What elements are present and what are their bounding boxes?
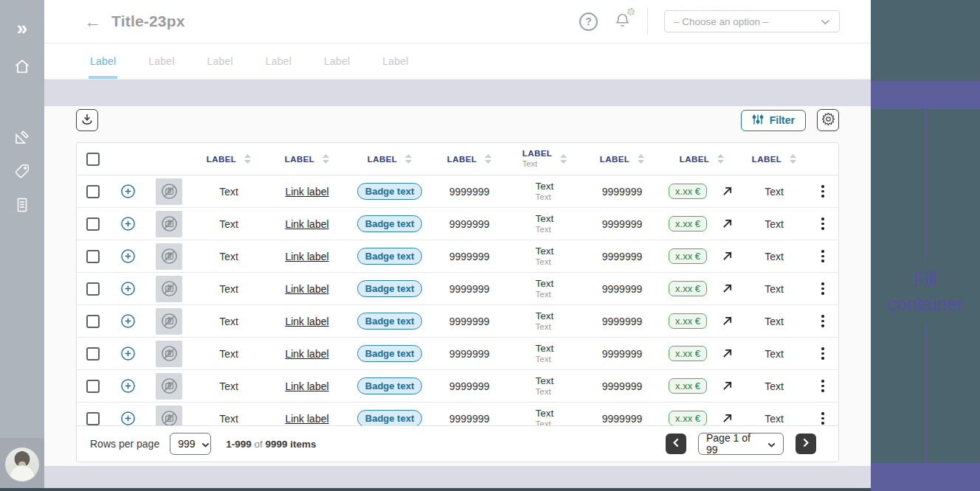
row-menu-kebab-icon[interactable]: [818, 247, 827, 265]
page-title: Title-23px: [111, 13, 185, 30]
add-circle-icon[interactable]: [120, 216, 136, 231]
price-badge: x.xx €: [669, 216, 707, 231]
row-menu-kebab-icon[interactable]: [818, 409, 827, 425]
row-menu-kebab-icon[interactable]: [818, 344, 827, 363]
sort-icon[interactable]: [485, 154, 491, 164]
tab-label: Label: [207, 55, 233, 67]
row-checkbox[interactable]: [86, 250, 100, 263]
sort-icon[interactable]: [322, 154, 329, 164]
table-settings-button[interactable]: [817, 109, 839, 131]
rows-per-page-select[interactable]: 999: [170, 433, 211, 455]
sidebar-item-home[interactable]: [0, 53, 44, 83]
help-icon[interactable]: ?: [579, 13, 598, 31]
sort-icon[interactable]: [790, 154, 796, 164]
sidebar-item-documents[interactable]: [0, 192, 44, 221]
sort-icon[interactable]: [244, 154, 251, 164]
row-menu-kebab-icon[interactable]: [818, 312, 827, 330]
row-menu-kebab-icon[interactable]: [818, 215, 827, 233]
cell-number: 9999999: [431, 186, 508, 198]
row-menu-kebab-icon[interactable]: [818, 279, 827, 298]
status-badge: Badge text: [357, 248, 422, 265]
external-link-arrow-icon[interactable]: [722, 380, 733, 391]
sidebar-item-design[interactable]: [0, 124, 44, 153]
row-checkbox[interactable]: [86, 412, 100, 425]
sidebar-item-tags[interactable]: [0, 158, 44, 187]
tab-4[interactable]: Label: [266, 43, 291, 79]
column-header-1: LABEL: [192, 154, 266, 164]
column-header-8: LABEL: [741, 154, 807, 164]
row-checkbox[interactable]: [86, 347, 100, 361]
column-label: LABEL: [522, 148, 552, 159]
header-option-select[interactable]: – Choose an option –: [664, 10, 840, 32]
add-circle-icon[interactable]: [120, 313, 136, 329]
cell-link[interactable]: Link label: [266, 316, 348, 327]
add-circle-icon[interactable]: [120, 411, 136, 425]
add-circle-icon[interactable]: [120, 248, 136, 264]
external-link-arrow-icon[interactable]: [722, 251, 733, 262]
select-all-checkbox[interactable]: [86, 153, 100, 166]
row-checkbox[interactable]: [86, 185, 100, 198]
row-checkbox[interactable]: [86, 282, 100, 296]
back-arrow-icon[interactable]: ←: [84, 13, 101, 30]
cell-link[interactable]: Link label: [266, 413, 348, 425]
tab-label: Label: [324, 55, 350, 67]
download-button[interactable]: [76, 109, 98, 131]
page-select[interactable]: Page 1 of 99: [698, 433, 784, 455]
cell-text-primary: Text: [536, 343, 554, 355]
add-circle-icon[interactable]: [120, 378, 136, 394]
tab-2[interactable]: Label: [148, 43, 174, 79]
external-link-arrow-icon[interactable]: [722, 283, 733, 294]
no-image-camera-icon: [161, 313, 178, 330]
cell-text: Text: [741, 251, 807, 262]
cell-link[interactable]: Link label: [266, 348, 348, 360]
cell-text: Text: [192, 251, 266, 262]
cell-number: 9999999: [431, 251, 508, 262]
cell-link[interactable]: Link label: [266, 186, 348, 198]
toolbar-right-group: Filter: [741, 109, 839, 131]
tab-5[interactable]: Label: [324, 43, 350, 79]
external-link-arrow-icon[interactable]: [722, 413, 733, 424]
cell-text-secondary: Text: [536, 419, 551, 425]
add-circle-icon[interactable]: [120, 281, 136, 296]
cell-link[interactable]: Link label: [266, 380, 348, 392]
external-link-arrow-icon[interactable]: [722, 186, 733, 197]
user-avatar[interactable]: [5, 448, 39, 481]
sidebar-collapse-button[interactable]: »: [0, 13, 44, 43]
tab-1[interactable]: Label: [90, 43, 116, 79]
header-option-select-value: – Choose an option –: [674, 16, 768, 27]
no-image-camera-icon: [161, 183, 178, 200]
image-placeholder: [156, 373, 182, 400]
row-checkbox[interactable]: [86, 380, 100, 393]
gear-icon: [821, 112, 835, 128]
tab-bar: Label Label Label Label Label Label: [44, 43, 871, 80]
cell-link[interactable]: Link label: [266, 251, 348, 262]
sort-icon[interactable]: [560, 154, 567, 164]
row-checkbox[interactable]: [86, 217, 100, 231]
external-link-arrow-icon[interactable]: [722, 348, 733, 359]
column-label: LABEL: [285, 155, 314, 164]
next-page-button[interactable]: [796, 433, 816, 454]
notifications-button[interactable]: [614, 11, 631, 32]
external-link-arrow-icon[interactable]: [722, 316, 733, 327]
row-menu-kebab-icon[interactable]: [818, 377, 827, 395]
cell-link[interactable]: Link label: [266, 218, 348, 230]
external-link-arrow-icon[interactable]: [722, 218, 733, 229]
row-checkbox[interactable]: [86, 315, 100, 328]
filter-button[interactable]: Filter: [741, 110, 806, 131]
image-placeholder: [156, 211, 182, 237]
sort-icon[interactable]: [638, 154, 644, 164]
price-badge: x.xx €: [669, 248, 707, 264]
row-menu-kebab-icon[interactable]: [818, 182, 827, 201]
tab-6[interactable]: Label: [382, 43, 408, 79]
add-circle-icon[interactable]: [120, 346, 136, 361]
cell-number: 9999999: [431, 316, 508, 327]
tab-3[interactable]: Label: [207, 43, 233, 79]
column-header-7: LABEL: [663, 154, 741, 164]
cell-link[interactable]: Link label: [266, 283, 348, 295]
add-circle-icon[interactable]: [120, 184, 136, 199]
previous-page-button[interactable]: [666, 433, 686, 454]
sort-icon[interactable]: [405, 154, 412, 164]
sort-icon[interactable]: [717, 154, 724, 164]
price-badge: x.xx €: [669, 378, 707, 394]
image-placeholder: [156, 243, 182, 270]
